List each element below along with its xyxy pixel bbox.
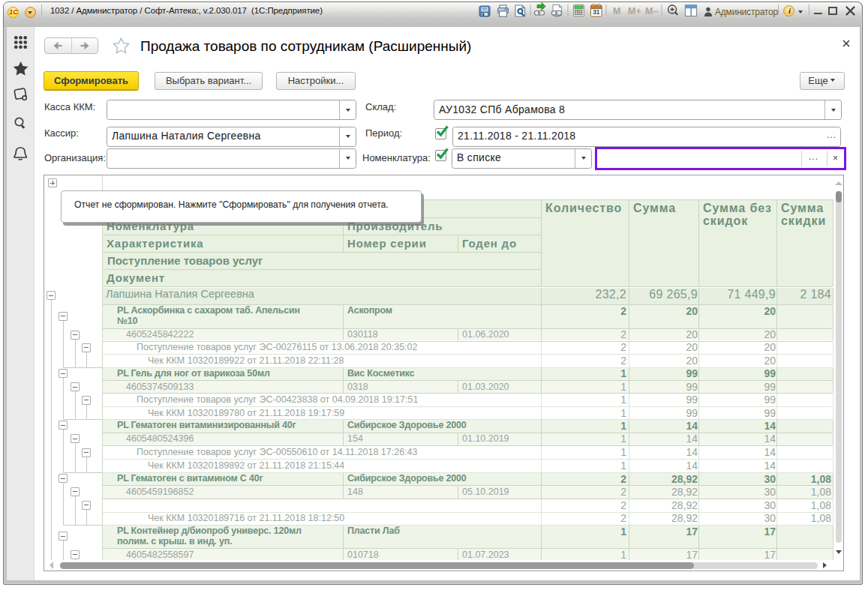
svg-text:M: M [613, 6, 620, 16]
svg-text:M+: M+ [628, 6, 641, 16]
svg-text:M–: M– [645, 6, 658, 16]
svg-text:31: 31 [593, 8, 600, 16]
